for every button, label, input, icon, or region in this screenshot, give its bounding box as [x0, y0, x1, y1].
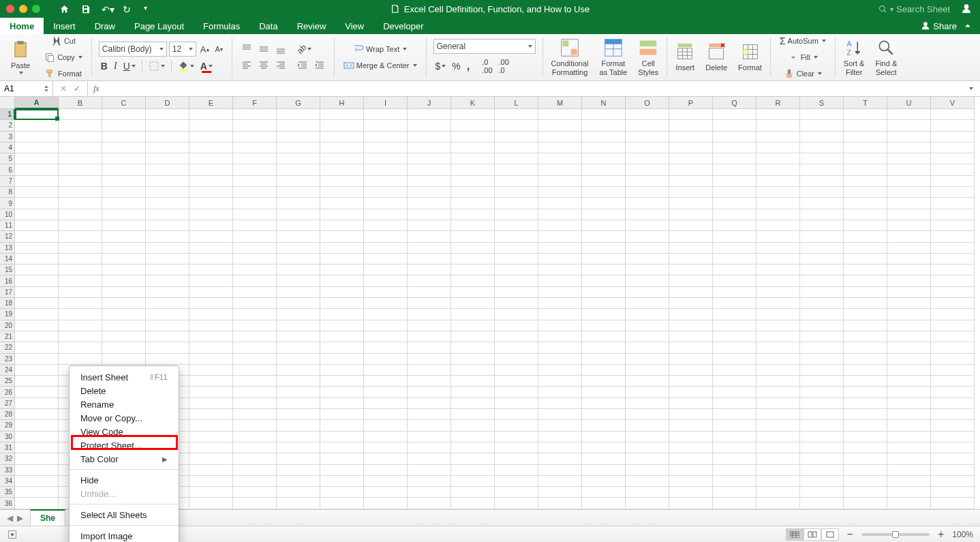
cell[interactable]	[538, 298, 582, 309]
close-window-icon[interactable]	[6, 5, 14, 13]
cell[interactable]	[146, 220, 189, 231]
cell[interactable]	[669, 331, 713, 342]
cell[interactable]	[451, 153, 495, 164]
cell[interactable]	[931, 442, 975, 453]
cell[interactable]	[800, 265, 844, 275]
cell[interactable]	[582, 432, 626, 442]
cell[interactable]	[59, 354, 102, 365]
column-header[interactable]: A	[15, 97, 59, 109]
cell[interactable]	[15, 198, 59, 209]
cell[interactable]	[59, 243, 102, 254]
cell[interactable]	[844, 275, 887, 286]
cell[interactable]	[451, 243, 495, 254]
cell[interactable]	[233, 487, 277, 498]
cell[interactable]	[320, 120, 364, 131]
cell[interactable]	[538, 465, 582, 476]
cell[interactable]	[364, 275, 408, 286]
cell[interactable]	[931, 365, 975, 376]
row-header[interactable]: 2	[0, 120, 15, 131]
cell[interactable]	[364, 354, 408, 365]
cell[interactable]	[713, 254, 756, 265]
cell[interactable]	[495, 487, 538, 498]
cell[interactable]	[59, 309, 102, 320]
row-header[interactable]: 20	[0, 320, 15, 331]
cell[interactable]	[233, 153, 277, 164]
cell[interactable]	[15, 453, 59, 464]
tab-view[interactable]: View	[335, 18, 373, 34]
cell[interactable]	[146, 164, 189, 175]
cell[interactable]	[538, 376, 582, 387]
cell[interactable]	[320, 476, 364, 487]
cell[interactable]	[582, 487, 626, 498]
cell[interactable]	[320, 398, 364, 409]
cell[interactable]	[887, 132, 931, 142]
cell[interactable]	[364, 109, 408, 120]
cell[interactable]	[408, 331, 451, 342]
number-format-combo[interactable]: General	[433, 39, 536, 54]
row-header[interactable]: 1	[0, 109, 15, 120]
cell[interactable]	[582, 142, 626, 153]
column-header[interactable]: G	[277, 97, 320, 109]
cell[interactable]	[364, 409, 408, 420]
cell[interactable]	[800, 176, 844, 187]
cell[interactable]	[887, 398, 931, 409]
cell[interactable]	[320, 354, 364, 365]
cell[interactable]	[756, 231, 800, 242]
cell[interactable]	[931, 298, 975, 309]
cell[interactable]	[495, 376, 538, 387]
cell[interactable]	[756, 398, 800, 409]
cell[interactable]	[800, 476, 844, 487]
row-header[interactable]: 19	[0, 309, 15, 320]
cell[interactable]	[626, 120, 669, 131]
cell[interactable]	[408, 243, 451, 254]
cell[interactable]	[756, 376, 800, 387]
cell[interactable]	[800, 187, 844, 198]
cell[interactable]	[931, 309, 975, 320]
align-left-button[interactable]	[239, 59, 254, 72]
cell[interactable]	[59, 187, 102, 198]
conditional-formatting-button[interactable]: Conditional Formatting	[547, 37, 593, 78]
cell[interactable]	[233, 398, 277, 409]
cell[interactable]	[277, 420, 320, 431]
cell[interactable]	[408, 342, 451, 353]
cell[interactable]	[800, 153, 844, 164]
cell[interactable]	[189, 465, 233, 476]
cell[interactable]	[102, 331, 146, 342]
cell[interactable]	[887, 120, 931, 131]
context-menu-item[interactable]: Move or Copy...	[70, 411, 179, 425]
cell[interactable]	[931, 265, 975, 275]
cell[interactable]	[320, 342, 364, 353]
column-header[interactable]: L	[495, 97, 538, 109]
cell[interactable]	[451, 265, 495, 275]
cell[interactable]	[931, 132, 975, 142]
cell[interactable]	[495, 243, 538, 254]
fx-icon[interactable]: fx	[88, 84, 99, 94]
cell[interactable]	[756, 298, 800, 309]
cell[interactable]	[59, 176, 102, 187]
cell[interactable]	[713, 287, 756, 298]
cell[interactable]	[800, 287, 844, 298]
font-size-combo[interactable]: 12	[169, 42, 196, 57]
cell[interactable]	[102, 342, 146, 353]
cell[interactable]	[844, 153, 887, 164]
cell[interactable]	[146, 243, 189, 254]
clear-button[interactable]: Clear	[778, 67, 828, 80]
cell[interactable]	[59, 164, 102, 175]
cell[interactable]	[495, 342, 538, 353]
format-painter-button[interactable]: Format	[42, 67, 85, 80]
cell[interactable]	[495, 320, 538, 331]
prev-sheet-icon[interactable]: ◀	[7, 513, 13, 523]
cell[interactable]	[626, 398, 669, 409]
cell[interactable]	[364, 164, 408, 175]
cell[interactable]	[800, 398, 844, 409]
cell[interactable]	[451, 309, 495, 320]
cell[interactable]	[233, 365, 277, 376]
cell[interactable]	[626, 254, 669, 265]
cell[interactable]	[189, 320, 233, 331]
copy-button[interactable]: Copy	[42, 50, 85, 64]
row-header[interactable]: 30	[0, 432, 15, 442]
cell[interactable]	[887, 164, 931, 175]
cell[interactable]	[538, 265, 582, 275]
cell[interactable]	[277, 409, 320, 420]
cell[interactable]	[582, 409, 626, 420]
